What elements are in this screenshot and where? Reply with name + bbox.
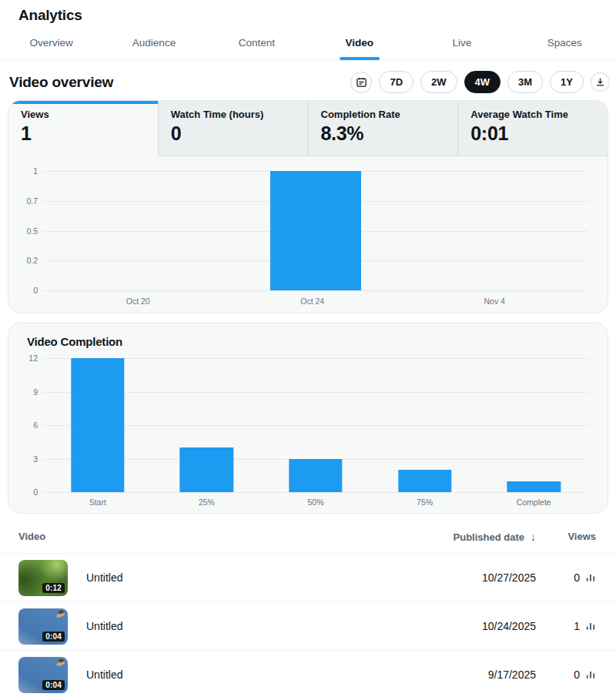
views-cell: 0 [536,571,596,584]
metric-tab-views[interactable]: Views1 [8,101,158,156]
bar-chart-icon[interactable] [585,669,596,680]
video-thumbnail[interactable]: 0:04 [18,657,68,693]
metric-tab-average-watch-time[interactable]: Average Watch Time0:01 [457,101,608,156]
metric-value: 8.3% [321,122,446,145]
y-axis-label: 0.2 [15,256,38,265]
metric-label: Completion Rate [321,109,446,120]
published-date: 9/17/2025 [447,669,536,681]
chart-title: Video Completion [27,335,608,348]
views-count: 0 [574,669,580,681]
completion-plot: 036912Start25%50%75%Complete [43,358,588,492]
tab-content[interactable]: Content [206,25,308,60]
column-published-date[interactable]: Published date↓ [447,531,536,543]
tab-spaces[interactable]: Spaces [514,25,616,60]
video-cell: 0:04Untitled [18,657,447,693]
video-thumbnail[interactable]: 0:12 [18,560,68,596]
metric-label: Views [21,109,146,120]
completion-column-start: Start [43,358,152,492]
completion-column-75: 75% [370,358,480,492]
range-pills: 7D2W4W3M1Y [379,71,584,93]
gridline [43,290,588,291]
page-title: Analytics [18,7,598,24]
views-count: 1 [574,620,580,632]
column-video: Video [18,531,447,542]
range-pill-3m[interactable]: 3M [507,71,543,93]
metric-tabs: Views1Watch Time (hours)0Completion Rate… [8,101,608,156]
chart-bar [398,470,451,492]
range-controls: 7D2W4W3M1Y [350,71,610,93]
x-axis-label: 50% [307,498,323,507]
table-row[interactable]: 0:04Untitled10/24/20251 [0,602,616,651]
published-date: 10/24/2025 [447,620,536,632]
published-date: 10/27/2025 [447,571,536,584]
calendar-icon [356,76,367,88]
download-button[interactable] [591,72,610,92]
views-cell: 1 [536,620,596,632]
range-pill-7d[interactable]: 7D [379,71,413,93]
video-cell: 0:12Untitled [18,560,447,596]
x-axis-label: Complete [517,498,551,507]
completion-chart-card: Video Completion 036912Start25%50%75%Com… [8,323,608,514]
range-pill-4w[interactable]: 4W [464,71,501,93]
tab-label: Content [239,37,275,49]
chart-bar [71,358,124,492]
download-icon [595,77,605,87]
completion-columns: Start25%50%75%Complete [43,358,588,492]
x-axis-label: 75% [417,498,433,507]
bar-chart-icon[interactable] [585,572,596,583]
metric-value: 1 [21,122,146,145]
views-count: 0 [574,571,580,584]
video-title: Untitled [86,620,122,632]
views-trend-chart: 00.20.50.71Oct 20Oct 24Nov 4 [8,156,608,313]
views-cell: 0 [536,669,596,681]
bird-icon [55,610,65,618]
bar-chart-icon[interactable] [585,621,596,632]
calendar-button[interactable] [350,72,372,93]
y-axis-label: 3 [15,454,38,464]
video-title: Untitled [86,571,122,584]
sort-descending-icon[interactable]: ↓ [531,531,536,543]
x-axis-label: Start [89,498,106,507]
completion-column-25: 25% [152,358,262,492]
completion-column-50: 50% [261,358,370,492]
x-axis-label: 25% [199,498,215,507]
completion-column-complete: Complete [479,358,588,492]
tab-overview[interactable]: Overview [0,25,102,60]
range-pill-2w[interactable]: 2W [420,71,457,93]
range-pill-1y[interactable]: 1Y [550,71,584,93]
tab-label: Audience [132,37,176,49]
gridline [43,492,588,493]
table-row[interactable]: 0:04Untitled9/17/20250 [0,651,616,697]
duration-badge: 0:04 [42,632,65,642]
x-axis-label: Nov 4 [484,297,505,306]
tab-live[interactable]: Live [410,25,513,60]
bird-icon [55,658,65,666]
metric-tab-completion-rate[interactable]: Completion Rate8.3% [308,101,458,156]
video-overview-title: Video overview [9,74,113,91]
y-axis-label: 9 [15,387,38,397]
duration-badge: 0:04 [42,680,65,690]
x-axis-label: Oct 24 [300,297,324,306]
y-axis-label: 1 [15,166,38,176]
views-trend-plot: 00.20.50.71Oct 20Oct 24Nov 4 [43,171,588,290]
metric-tab-watch-time-hours[interactable]: Watch Time (hours)0 [158,101,308,156]
chart-bar [507,481,560,493]
chart-bar [289,459,342,493]
metric-label: Watch Time (hours) [171,109,296,120]
tab-video[interactable]: Video [308,25,410,60]
tab-audience[interactable]: Audience [102,25,205,60]
top-tabs: OverviewAudienceContentVideoLiveSpaces [0,25,616,61]
y-axis-label: 12 [15,354,38,363]
views-overview-card: Views1Watch Time (hours)0Completion Rate… [8,100,608,313]
active-tab-underline [340,57,380,60]
chart-bar [180,447,233,492]
table-row[interactable]: 0:12Untitled10/27/20250 [0,554,616,602]
column-views: Views [536,531,596,542]
tab-label: Live [453,37,472,49]
y-axis-label: 0 [15,286,38,295]
table-header: Video Published date↓ Views [0,520,616,554]
metric-value: 0 [171,122,296,145]
video-cell: 0:04Untitled [18,608,447,645]
chart-bar [270,171,361,290]
video-thumbnail[interactable]: 0:04 [18,608,68,645]
